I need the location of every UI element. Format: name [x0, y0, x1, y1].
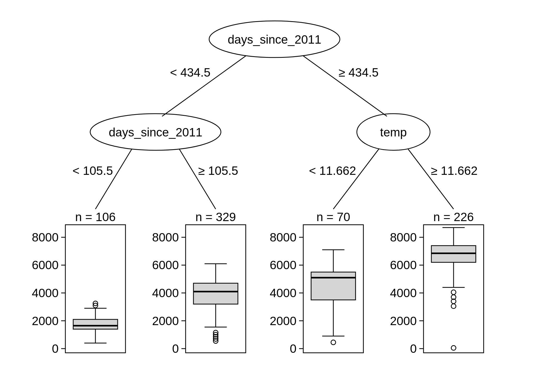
box	[311, 272, 356, 300]
edge-left-leaf1	[179, 149, 216, 209]
leaf-n-label: n = 70	[316, 210, 350, 224]
outlier-point	[331, 340, 336, 345]
leaf-panel-3: n = 22602000400060008000	[390, 210, 484, 355]
ytick-label: 4000	[270, 286, 296, 300]
leaf-panel-0: n = 10602000400060008000	[32, 210, 125, 355]
ytick-label: 8000	[390, 230, 417, 244]
ytick-label: 4000	[32, 286, 59, 300]
edge-left-left-label: < 105.5	[72, 164, 113, 177]
ytick-label: 2000	[270, 314, 296, 328]
decision-tree-diagram: days_since_2011 < 434.5 ≥ 434.5 days_sin…	[0, 0, 549, 392]
leaf-n-label: n = 329	[196, 210, 236, 224]
node-root-label: days_since_2011	[228, 33, 321, 46]
outlier-point	[451, 290, 456, 295]
ytick-label: 0	[52, 342, 59, 355]
ytick-label: 6000	[32, 258, 59, 272]
ytick-label: 0	[172, 342, 179, 355]
outlier-point	[451, 345, 456, 350]
edge-root-right-label: ≥ 434.5	[339, 66, 379, 79]
ytick-label: 0	[410, 342, 417, 355]
edge-root-right	[303, 56, 387, 116]
edge-root-left	[162, 56, 246, 116]
ytick-label: 8000	[152, 230, 179, 244]
leaf-n-label: n = 226	[433, 210, 474, 224]
box	[73, 319, 118, 329]
ytick-label: 6000	[390, 258, 417, 272]
ytick-label: 2000	[390, 314, 417, 328]
box	[193, 283, 238, 304]
outlier-point	[451, 304, 456, 309]
leaf-panel-2: n = 7002000400060008000	[270, 210, 363, 355]
ytick-label: 6000	[270, 258, 296, 272]
node-right-label: temp	[380, 125, 407, 139]
edge-left-right-label: ≥ 105.5	[198, 164, 238, 177]
node-left-label: days_since_2011	[109, 125, 202, 139]
edge-root-left-label: < 434.5	[170, 66, 210, 79]
ytick-label: 6000	[152, 258, 179, 272]
ytick-label: 4000	[152, 286, 179, 300]
ytick-label: 0	[290, 342, 296, 355]
edge-right-leaf3	[408, 149, 454, 209]
ytick-label: 8000	[32, 230, 59, 244]
ytick-label: 2000	[152, 314, 179, 328]
ytick-label: 2000	[32, 314, 59, 328]
edge-right-right-label: ≥ 11.662	[431, 164, 478, 177]
ytick-label: 4000	[390, 286, 417, 300]
leaf-n-label: n = 106	[75, 210, 116, 224]
edge-right-leaf2	[333, 149, 379, 209]
leaf-panel-1: n = 32902000400060008000	[152, 210, 246, 355]
edge-right-left-label: < 11.662	[309, 164, 356, 177]
ytick-label: 8000	[270, 230, 296, 244]
edge-left-leaf0	[95, 149, 132, 209]
